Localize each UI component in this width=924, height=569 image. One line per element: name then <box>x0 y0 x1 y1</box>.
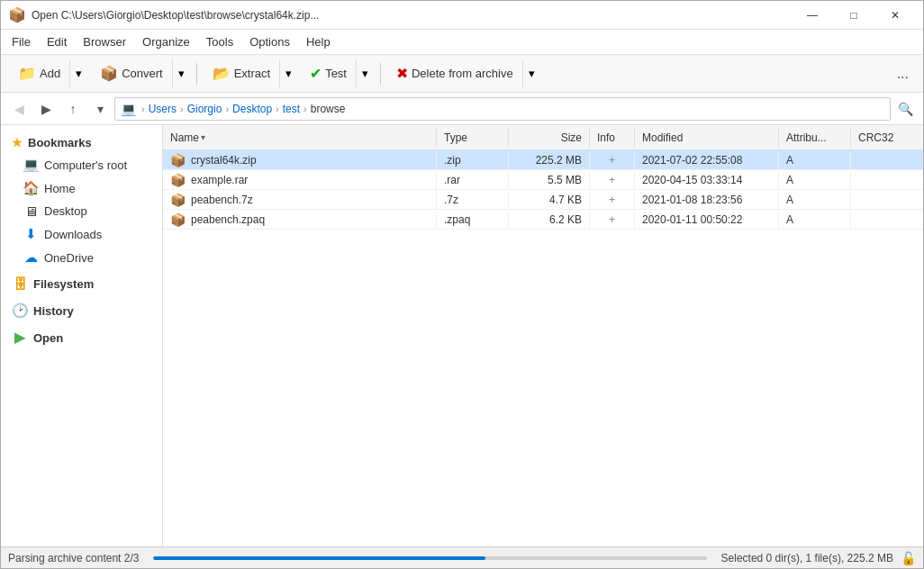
filesystem-label: Filesystem <box>33 277 94 291</box>
test-button[interactable]: ✔ Test <box>300 59 356 88</box>
file-cell-info: + <box>590 212 635 228</box>
table-row[interactable]: 📦 peabench.zpaq .zpaq 6.2 KB + 2020-01-1… <box>163 210 923 230</box>
bookmarks-icon: ★ <box>12 136 23 149</box>
test-dropdown[interactable]: ▾ <box>356 59 375 88</box>
file-list: 📦 crystal64k.zip .zip 225.2 MB + 2021-07… <box>163 150 923 546</box>
onedrive-icon: ☁ <box>23 249 39 266</box>
info-plus: + <box>609 213 615 226</box>
history-section: 🕑 History <box>1 299 162 322</box>
search-button[interactable]: 🔍 <box>892 96 918 122</box>
back-button[interactable]: ◀ <box>6 96 32 122</box>
status-parsing: Parsing archive content 2/3 <box>8 552 139 564</box>
menu-file[interactable]: File <box>5 33 38 50</box>
delete-dropdown[interactable]: ▾ <box>522 59 541 88</box>
col-header-type[interactable]: Type <box>437 128 509 148</box>
minimize-button[interactable]: — <box>792 1 833 30</box>
col-header-size[interactable]: Size <box>509 128 590 148</box>
toolbar-separator-1 <box>196 63 197 85</box>
home-icon: 🏠 <box>23 180 39 196</box>
file-cell-attrib: A <box>779 152 851 168</box>
convert-dropdown[interactable]: ▾ <box>172 59 191 88</box>
maximize-button[interactable]: □ <box>833 1 874 30</box>
convert-group: 📦 Convert ▾ <box>90 59 191 88</box>
delete-button[interactable]: ✖ Delete from archive <box>386 59 522 88</box>
sidebar-item-computers-root[interactable]: 💻 Computer's root <box>1 153 162 176</box>
sidebar-item-label-home: Home <box>44 182 76 195</box>
file-cell-type: .7z <box>437 192 509 208</box>
menu-browser[interactable]: Browser <box>76 33 133 50</box>
menu-organize[interactable]: Organize <box>135 33 197 50</box>
downloads-icon: ⬇ <box>23 226 39 242</box>
file-name: crystal64k.zip <box>191 154 257 167</box>
up-button[interactable]: ↑ <box>60 96 86 122</box>
file-cell-modified: 2020-01-11 00:50:22 <box>635 212 779 228</box>
location-dropdown[interactable]: ▾ <box>87 96 113 122</box>
window-title: Open C:\Users\Giorgio\Desktop\test\brows… <box>32 9 319 22</box>
add-icon: 📁 <box>18 65 36 82</box>
status-progress-bar <box>153 556 706 560</box>
table-row[interactable]: 📦 peabench.7z .7z 4.7 KB + 2021-01-08 18… <box>163 190 923 210</box>
table-row[interactable]: 📦 example.rar .rar 5.5 MB + 2020-04-15 0… <box>163 170 923 190</box>
sidebar-item-desktop[interactable]: 🖥 Desktop <box>1 200 162 222</box>
file-cell-modified: 2021-07-02 22:55:08 <box>635 152 779 168</box>
test-label: Test <box>325 67 347 80</box>
add-dropdown[interactable]: ▾ <box>69 59 88 88</box>
menu-bar: File Edit Browser Organize Tools Options… <box>1 30 923 55</box>
breadcrumb-desktop[interactable]: Desktop <box>232 103 272 115</box>
title-bar-left: 📦 Open C:\Users\Giorgio\Desktop\test\bro… <box>8 6 319 23</box>
convert-label: Convert <box>122 67 163 80</box>
file-icon: 📦 <box>170 212 186 227</box>
add-group: 📁 Add ▾ <box>8 59 88 88</box>
extract-button[interactable]: 📂 Extract <box>203 59 279 88</box>
menu-options[interactable]: Options <box>242 33 297 50</box>
col-name-label: Name <box>170 131 199 144</box>
breadcrumb: 💻 › Users › Giorgio › Desktop › test › b… <box>114 97 891 121</box>
filesystem-header[interactable]: 🗄 Filesystem <box>1 273 162 295</box>
forward-button[interactable]: ▶ <box>33 96 59 122</box>
toolbar-separator-2 <box>380 63 381 85</box>
progress-fill <box>153 556 485 560</box>
sep-4: › <box>303 104 307 114</box>
extract-dropdown[interactable]: ▾ <box>279 59 298 88</box>
computer-icon: 💻 <box>121 102 136 116</box>
file-cell-modified: 2020-04-15 03:33:14 <box>635 172 779 188</box>
open-icon: ▶ <box>12 330 28 346</box>
sidebar-item-onedrive[interactable]: ☁ OneDrive <box>1 246 162 269</box>
delete-label: Delete from archive <box>412 67 513 80</box>
file-cell-attrib: A <box>779 212 851 228</box>
bookmarks-header[interactable]: ★ Bookmarks <box>1 132 162 153</box>
toolbar: 📁 Add ▾ 📦 Convert ▾ 📂 Extract ▾ ✔ Test <box>1 55 923 93</box>
breadcrumb-users[interactable]: Users <box>149 103 177 115</box>
sep-1: › <box>180 104 184 114</box>
menu-edit[interactable]: Edit <box>40 33 74 50</box>
col-header-name[interactable]: Name ▾ <box>163 128 437 148</box>
col-header-modified[interactable]: Modified <box>635 128 779 148</box>
extract-icon: 📂 <box>213 65 231 82</box>
history-header[interactable]: 🕑 History <box>1 299 162 322</box>
convert-button[interactable]: 📦 Convert <box>90 59 172 88</box>
col-header-crc[interactable]: CRC32 <box>851 128 923 148</box>
sidebar-item-label-onedrive: OneDrive <box>44 251 94 265</box>
file-cell-size: 6.2 KB <box>509 212 590 228</box>
convert-icon: 📦 <box>100 65 118 82</box>
toolbar-more-button[interactable]: ... <box>890 61 916 86</box>
sidebar-item-label-computers-root: Computer's root <box>44 158 127 172</box>
file-cell-type: .zip <box>437 152 509 168</box>
sidebar-item-downloads[interactable]: ⬇ Downloads <box>1 222 162 246</box>
main-content: ★ Bookmarks 💻 Computer's root 🏠 Home 🖥 D… <box>1 125 923 546</box>
main-window: 📦 Open C:\Users\Giorgio\Desktop\test\bro… <box>0 0 924 569</box>
close-button[interactable]: ✕ <box>874 1 916 30</box>
breadcrumb-test[interactable]: test <box>283 103 300 115</box>
menu-tools[interactable]: Tools <box>199 33 240 50</box>
col-header-attrib[interactable]: Attribu... <box>779 128 851 148</box>
table-row[interactable]: 📦 crystal64k.zip .zip 225.2 MB + 2021-07… <box>163 150 923 170</box>
open-header[interactable]: ▶ Open <box>1 326 162 349</box>
menu-help[interactable]: Help <box>299 33 338 50</box>
file-icon: 📦 <box>170 173 186 187</box>
file-cell-size: 225.2 MB <box>509 152 590 168</box>
sidebar-item-home[interactable]: 🏠 Home <box>1 176 162 200</box>
breadcrumb-giorgio[interactable]: Giorgio <box>187 103 222 115</box>
file-cell-crc <box>851 198 923 202</box>
add-button[interactable]: 📁 Add <box>8 59 69 88</box>
col-header-info[interactable]: Info <box>590 128 635 148</box>
